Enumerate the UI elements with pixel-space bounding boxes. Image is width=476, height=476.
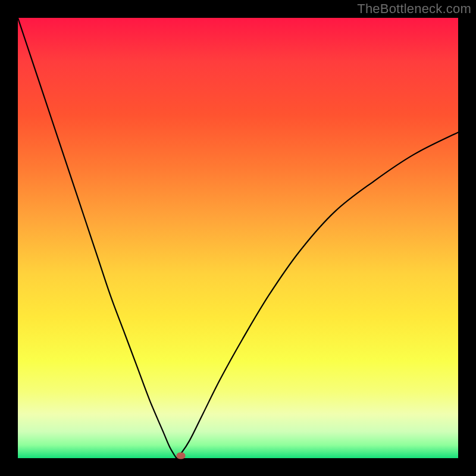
chart-frame: TheBottleneck.com — [0, 0, 476, 476]
plot-area — [18, 18, 458, 458]
plot-svg — [18, 18, 458, 458]
cusp-marker — [176, 453, 185, 459]
bottleneck-curve — [18, 18, 458, 458]
watermark-text: TheBottleneck.com — [357, 1, 471, 17]
